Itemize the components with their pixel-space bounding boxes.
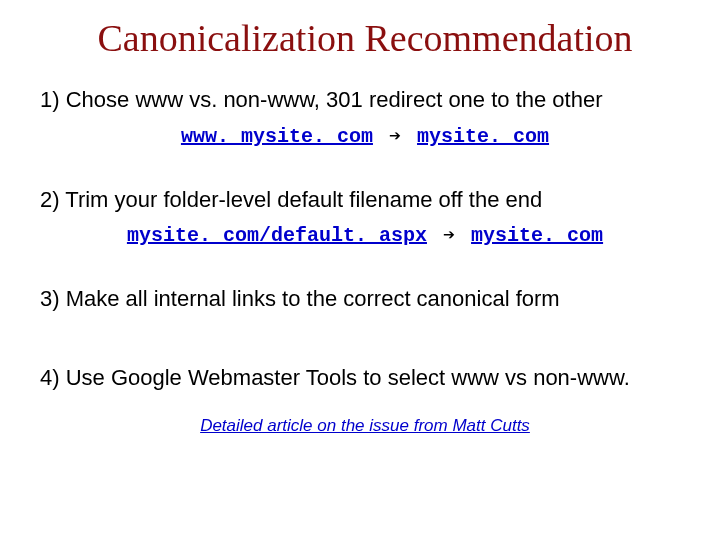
example-2-from[interactable]: mysite. com/default. aspx <box>127 224 427 247</box>
point-3: 3) Make all internal links to the correc… <box>40 285 690 314</box>
arrow-icon: ➔ <box>439 224 459 247</box>
slide: Canonicalization Recommendation 1) Chose… <box>0 0 720 540</box>
footer-link[interactable]: Detailed article on the issue from Matt … <box>40 416 690 436</box>
slide-title: Canonicalization Recommendation <box>40 16 690 60</box>
arrow-icon: ➔ <box>385 125 405 148</box>
spacer <box>40 322 690 364</box>
example-2: mysite. com/default. aspx ➔ mysite. com <box>40 222 690 247</box>
point-2: 2) Trim your folder-level default filena… <box>40 186 690 215</box>
point-4: 4) Use Google Webmaster Tools to select … <box>40 364 690 393</box>
example-1-to[interactable]: mysite. com <box>417 125 549 148</box>
example-1: www. mysite. com ➔ mysite. com <box>40 123 690 148</box>
point-1: 1) Chose www vs. non-www, 301 redirect o… <box>40 86 690 115</box>
example-1-from[interactable]: www. mysite. com <box>181 125 373 148</box>
example-2-to[interactable]: mysite. com <box>471 224 603 247</box>
